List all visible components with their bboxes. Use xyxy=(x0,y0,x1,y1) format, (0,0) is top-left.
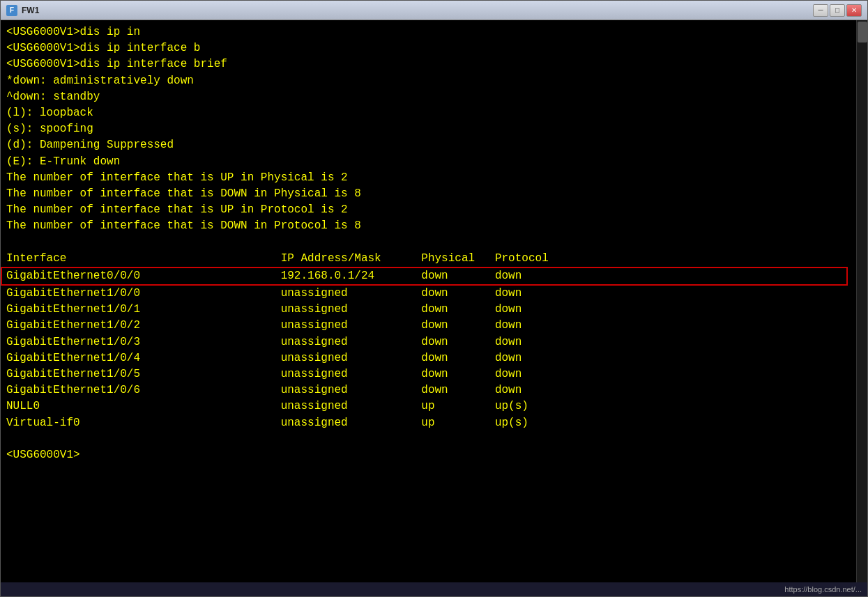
restore-button[interactable]: □ xyxy=(830,4,845,17)
highlighted-row: GigabitEthernet0/0/0 192.168.0.1/24 down… xyxy=(1,267,848,286)
terminal-line: GigabitEthernet1/0/0 unassigned down dow… xyxy=(6,286,862,302)
statusbar: https://blog.csdn.net/... xyxy=(1,582,867,596)
scrollbar[interactable] xyxy=(856,20,867,582)
scrollbar-thumb[interactable] xyxy=(858,22,867,42)
terminal-line: (d): Dampening Suppressed xyxy=(6,137,862,153)
terminal-line: GigabitEthernet1/0/1 unassigned down dow… xyxy=(6,302,862,318)
terminal-line: (E): E-Trunk down xyxy=(6,154,862,170)
terminal-line: GigabitEthernet1/0/3 unassigned down dow… xyxy=(6,334,862,350)
terminal-line: GigabitEthernet1/0/5 unassigned down dow… xyxy=(6,366,862,382)
terminal-blank-line xyxy=(6,234,862,250)
terminal-line: The number of interface that is UP in Pr… xyxy=(6,202,862,218)
close-button[interactable]: ✕ xyxy=(846,4,862,17)
terminal-line: *down: administratively down xyxy=(6,73,862,89)
window-icon: F xyxy=(6,5,17,16)
terminal-line: <USG6000V1>dis ip in xyxy=(6,24,862,40)
terminal-line: The number of interface that is UP in Ph… xyxy=(6,170,862,186)
terminal-blank-line xyxy=(6,431,862,447)
statusbar-url: https://blog.csdn.net/... xyxy=(784,585,862,594)
terminal-line: Interface IP Address/Mask Physical Proto… xyxy=(6,251,862,267)
main-window: F FW1 ─ □ ✕ <USG6000V1>dis ip in<USG6000… xyxy=(0,0,868,597)
terminal-area[interactable]: <USG6000V1>dis ip in<USG6000V1>dis ip in… xyxy=(1,20,867,582)
terminal-line: <USG6000V1>dis ip interface brief xyxy=(6,56,862,72)
titlebar-left: F FW1 xyxy=(6,5,39,16)
window-controls: ─ □ ✕ xyxy=(813,4,862,17)
terminal-line: GigabitEthernet1/0/4 unassigned down dow… xyxy=(6,350,862,366)
terminal-line: (s): spoofing xyxy=(6,121,862,137)
terminal-line: <USG6000V1>dis ip interface b xyxy=(6,40,862,56)
terminal-line: GigabitEthernet1/0/2 unassigned down dow… xyxy=(6,318,862,334)
terminal-line: The number of interface that is DOWN in … xyxy=(6,186,862,202)
terminal-line: <USG6000V1> xyxy=(6,447,862,463)
terminal-line: The number of interface that is DOWN in … xyxy=(6,218,862,234)
terminal-line: GigabitEthernet1/0/6 unassigned down dow… xyxy=(6,382,862,398)
titlebar: F FW1 ─ □ ✕ xyxy=(1,1,867,20)
terminal-content: <USG6000V1>dis ip in<USG6000V1>dis ip in… xyxy=(6,24,862,463)
terminal-line: Virtual-if0 unassigned up up(s) xyxy=(6,415,862,431)
terminal-line: NULL0 unassigned up up(s) xyxy=(6,398,862,414)
terminal-line: ^down: standby xyxy=(6,89,862,105)
terminal-line: (l): loopback xyxy=(6,105,862,121)
window-title: FW1 xyxy=(22,6,39,15)
minimize-button[interactable]: ─ xyxy=(813,4,828,17)
